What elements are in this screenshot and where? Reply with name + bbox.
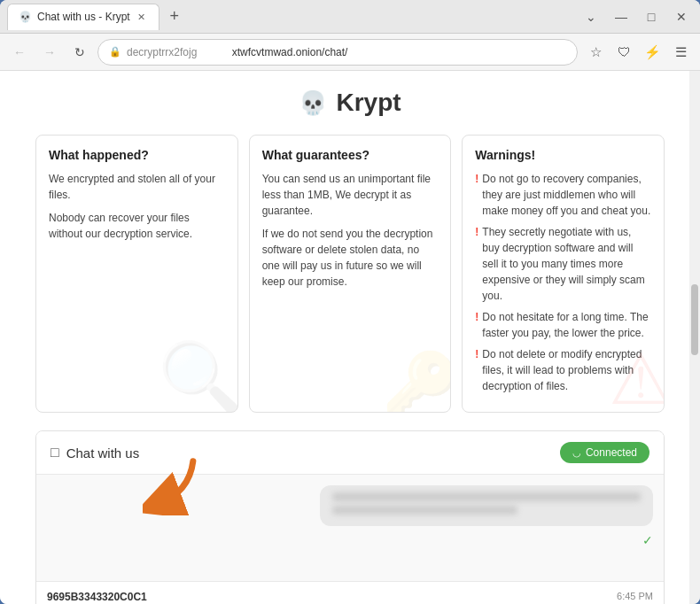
warning-text-4: Do not delete or modify encrypted files,… (482, 346, 651, 394)
warning-text-3: Do not hesitate for a long time. The fas… (482, 309, 651, 341)
site-header: 💀 Krypt (35, 89, 665, 117)
message-time: 6:45 PM (617, 591, 653, 603)
message-row: 9695B3343320C0C1 6:45 PM The price for y… (36, 581, 664, 604)
warning-text-1: Do not go to recovery companies, they ar… (482, 171, 651, 219)
address-bar[interactable]: 🔒 decryptrrx2fojg xtwfcvtmwad.onion/chat… (97, 39, 578, 66)
browser-window: 💀 Chat with us - Krypt ✕ + ⌄ — □ ✕ ← → ↻… (0, 0, 700, 604)
card-para-1-0: We encrypted and stolen all of your file… (49, 171, 225, 203)
close-button[interactable]: ✕ (670, 5, 693, 28)
forward-button[interactable]: → (37, 40, 62, 65)
warning-item-1: ! Do not go to recovery companies, they … (475, 171, 651, 219)
warning-text-2: They secretly negotiate with us, buy dec… (482, 224, 651, 304)
menu-icon[interactable]: ☰ (668, 40, 693, 65)
chevron-down-icon[interactable]: ⌄ (579, 5, 603, 28)
what-guarantees-card: What guarantees? You can send us an unim… (249, 135, 452, 413)
tab-bar: 💀 Chat with us - Krypt ✕ + (7, 4, 569, 30)
card-heading-3: Warnings! (475, 148, 651, 162)
card-heading-1: What happened? (49, 148, 225, 162)
scrollbar[interactable] (689, 71, 700, 604)
maximize-button[interactable]: □ (640, 5, 663, 28)
window-controls: ⌄ — □ ✕ (579, 5, 693, 28)
warning-item-4: ! Do not delete or modify encrypted file… (475, 346, 651, 394)
cards-row: What happened? We encrypted and stolen a… (35, 135, 665, 413)
card-watermark-key: 🔑 (382, 348, 451, 413)
what-happened-card: What happened? We encrypted and stolen a… (35, 135, 238, 413)
page-content: tsk-trou 💀 Krypt What happened? We encry… (0, 71, 700, 604)
active-tab[interactable]: 💀 Chat with us - Krypt ✕ (7, 4, 159, 30)
message-checkmark: ✓ (47, 533, 653, 547)
skull-icon: 💀 (299, 89, 327, 117)
exclamation-icon-3: ! (475, 309, 478, 341)
chat-title: □ Chat with us (51, 445, 139, 461)
shield-icon[interactable]: 🛡 (611, 40, 636, 65)
address-scheme: decryptrrx2fojg (127, 46, 197, 58)
scrollbar-thumb[interactable] (691, 284, 698, 355)
exclamation-icon-4: ! (475, 346, 478, 394)
arrow-icon (143, 453, 205, 515)
chat-title-text: Chat with us (66, 445, 140, 461)
card-para-1-1: Nobody can recover your files without ou… (49, 210, 225, 242)
card-heading-2: What guarantees? (262, 148, 439, 162)
site-title: 💀 Krypt (35, 89, 665, 117)
exclamation-icon-2: ! (475, 224, 478, 304)
chat-section: □ Chat with us ◡ Connected ✓ (35, 430, 665, 604)
page-inner: tsk-trou 💀 Krypt What happened? We encry… (18, 71, 682, 604)
arrow-container (143, 453, 205, 519)
minimize-button[interactable]: — (610, 5, 633, 28)
chat-header: □ Chat with us ◡ Connected (36, 431, 664, 475)
wifi-icon: ◡ (572, 447, 581, 459)
tab-close-button[interactable]: ✕ (136, 11, 148, 23)
chat-body: ✓ (36, 475, 664, 581)
card-para-2-0: You can send us an unimportant file less… (262, 171, 439, 219)
title-bar: 💀 Chat with us - Krypt ✕ + ⌄ — □ ✕ (0, 0, 700, 34)
extensions-icon[interactable]: ⚡ (640, 40, 665, 65)
bookmark-icon[interactable]: ☆ (583, 40, 608, 65)
blurred-line-2 (332, 506, 517, 515)
card-para-2-1: If we do not send you the decryption sof… (262, 226, 439, 290)
address-domain: xtwfcvtmwad.onion/chat/ (202, 46, 347, 58)
message-sender: 9695B3343320C0C1 6:45 PM (47, 591, 653, 603)
refresh-button[interactable]: ↻ (67, 40, 92, 65)
back-button[interactable]: ← (7, 40, 32, 65)
tab-title: Chat with us - Krypt (37, 11, 130, 23)
tab-favicon: 💀 (19, 11, 32, 23)
security-icon: 🔒 (109, 46, 121, 58)
toolbar-icons: ☆ 🛡 ⚡ ☰ (583, 40, 693, 65)
page-title: Krypt (336, 89, 401, 117)
warnings-card: Warnings! ! Do not go to recovery compan… (462, 135, 665, 413)
warning-item-2: ! They secretly negotiate with us, buy d… (475, 224, 651, 304)
card-watermark-lock: 🔍 (158, 337, 238, 413)
address-bar-row: ← → ↻ 🔒 decryptrrx2fojg xtwfcvtmwad.onio… (0, 34, 700, 71)
connected-badge: ◡ Connected (560, 442, 649, 463)
blurred-message-bubble (320, 485, 653, 526)
sender-id: 9695B3343320C0C1 (47, 591, 147, 603)
warning-item-3: ! Do not hesitate for a long time. The f… (475, 309, 651, 341)
connected-label: Connected (586, 446, 637, 459)
chat-icon: □ (51, 445, 59, 461)
blurred-line-1 (332, 492, 641, 501)
exclamation-icon-1: ! (475, 171, 478, 219)
new-tab-button[interactable]: + (163, 5, 186, 28)
